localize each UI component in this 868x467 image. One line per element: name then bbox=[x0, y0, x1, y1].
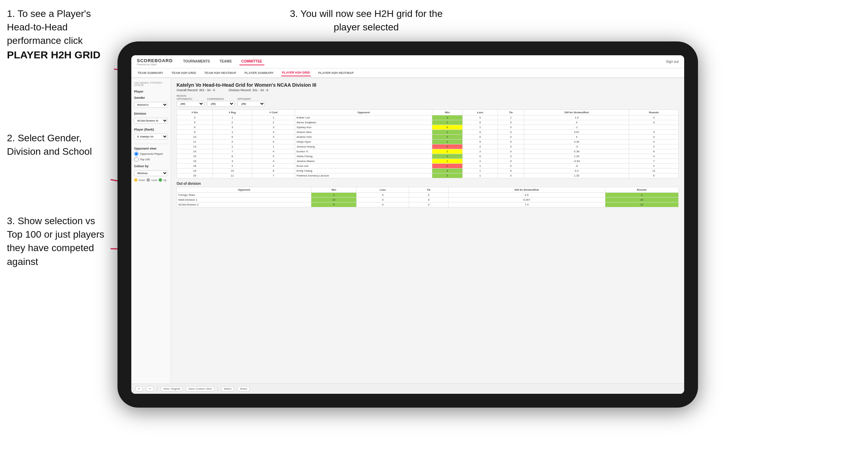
cell-ood-opponent: Foreign Team bbox=[177, 193, 311, 198]
tablet-screen: SCOREBOARD Powered by clippd TOURNAMENTS… bbox=[131, 55, 684, 394]
cell-loss: 0 bbox=[462, 154, 498, 159]
cell-rounds: 4 bbox=[629, 135, 679, 140]
cell-loss: 1 bbox=[462, 173, 498, 178]
cell-div: 15 bbox=[177, 154, 213, 159]
cell-opponent: Heejo Hyun bbox=[295, 140, 432, 144]
nav-tournaments[interactable]: TOURNAMENTS bbox=[181, 58, 212, 65]
cell-win: 0 bbox=[432, 164, 463, 169]
col-header-div: # Div bbox=[177, 110, 213, 115]
cell-diff: -0.94 bbox=[524, 159, 629, 164]
radio-top-100[interactable]: Top 100 bbox=[134, 157, 168, 162]
cell-win: 0 bbox=[432, 144, 463, 149]
cell-div: 9 bbox=[177, 130, 213, 135]
app-logo-sub: Powered by clippd bbox=[137, 63, 173, 66]
sub-nav-player-h2h-grid[interactable]: PLAYER H2H GRID bbox=[281, 69, 311, 76]
nav-teams[interactable]: TEAMS bbox=[218, 58, 234, 65]
content-area: Katelyn Vo Head-to-Head Grid for Women's… bbox=[171, 78, 684, 394]
cell-opponent: Stella Cheng bbox=[295, 154, 432, 159]
cell-diff: -1 bbox=[524, 125, 629, 130]
cell-rounds: 4 bbox=[629, 154, 679, 159]
cell-reg: 3 bbox=[213, 159, 252, 164]
sub-nav-team-summary[interactable]: TEAM SUMMARY bbox=[137, 70, 164, 76]
sidebar: Last Updated: 27/03/2024 16:55:38 Player… bbox=[131, 78, 171, 394]
division-select[interactable]: NCAA Division III bbox=[134, 118, 168, 124]
nav-items: TOURNAMENTS TEAMS COMMITTEE bbox=[181, 58, 264, 65]
toolbar-save-custom[interactable]: Save Custom View bbox=[186, 386, 214, 391]
cell-conf: 1 bbox=[252, 115, 295, 120]
cell-diff: -3 bbox=[524, 144, 629, 149]
col-header-diff: Diff Av Strokes/Rnd bbox=[524, 110, 629, 115]
sidebar-timestamp: Last Updated: 27/03/2024 16:55:38 bbox=[134, 82, 168, 86]
cell-loss: 1 bbox=[462, 169, 498, 173]
toolbar-view-original[interactable]: View: Original bbox=[161, 386, 182, 391]
cell-opponent: Sydney Kuo bbox=[295, 125, 432, 130]
table-row: 15 8 5 Stella Cheng 1 0 0 1.25 4 bbox=[177, 154, 679, 159]
cell-opponent: Andrea York bbox=[295, 135, 432, 140]
cell-opponent: Federica Domecq Lacroze bbox=[295, 173, 432, 178]
legend-label-level: Level bbox=[151, 179, 157, 181]
toolbar-redo[interactable]: ↪ bbox=[146, 386, 153, 391]
table-row: 5 2 2 Alexis Sudjianto 1 0 0 4 3 bbox=[177, 120, 679, 125]
player-rank-label: Player (Rank) bbox=[134, 128, 168, 131]
toolbar-watch[interactable]: Watch bbox=[221, 386, 234, 391]
cell-div: 19 bbox=[177, 169, 213, 173]
toolbar-undo[interactable]: ↩ bbox=[135, 386, 143, 391]
sub-nav-team-h2h-heatmap[interactable]: TEAM H2H HEATMAP bbox=[204, 70, 237, 76]
cell-win: 1 bbox=[432, 130, 463, 135]
sub-nav-team-h2h-grid[interactable]: TEAM H2H GRID bbox=[171, 70, 197, 76]
filter-conference-select[interactable]: (All) bbox=[207, 101, 235, 107]
cell-conf: 3 bbox=[252, 135, 295, 140]
sub-nav-player-summary[interactable]: PLAYER SUMMARY bbox=[244, 70, 274, 76]
cell-opponent: Esther Lee bbox=[295, 115, 432, 120]
cell-ood-loss: 0 bbox=[356, 202, 409, 207]
cell-rounds: 2 bbox=[629, 144, 679, 149]
table-row: 20 11 7 Federica Domecq Lacroze 2 1 0 1.… bbox=[177, 173, 679, 178]
cell-ood-opponent: NAIA Division 1 bbox=[177, 198, 311, 202]
cell-rounds: 6 bbox=[629, 173, 679, 178]
gender-select[interactable]: Women's bbox=[134, 102, 168, 108]
cell-loss: 2 bbox=[462, 144, 498, 149]
nav-committee[interactable]: COMMITTEE bbox=[239, 58, 264, 65]
cell-loss: 1 bbox=[462, 164, 498, 169]
cell-rounds: 4 bbox=[629, 115, 679, 120]
cell-ood-diff: 7.4 bbox=[448, 202, 605, 207]
player-label: Player bbox=[134, 90, 168, 93]
legend: Down Level Up bbox=[134, 178, 168, 182]
radio-opponents-played[interactable]: Opponents Played bbox=[134, 152, 168, 156]
grid-records: Overall Record: 353 - 34 - 6 Division Re… bbox=[177, 88, 679, 92]
sign-out-link[interactable]: Sign out bbox=[666, 60, 679, 64]
cell-tie: 0 bbox=[498, 159, 524, 164]
cell-tie: 0 bbox=[498, 140, 524, 144]
cell-loss: 2 bbox=[462, 149, 498, 154]
col-header-rounds: Rounds bbox=[629, 110, 679, 115]
table-row: NAIA Division 1 15 0 0 9.267 30 bbox=[177, 198, 679, 202]
cell-ood-loss: 0 bbox=[356, 193, 409, 198]
cell-win: 1 bbox=[432, 120, 463, 125]
table-row: NCAA Division 2 5 0 0 7.4 10 bbox=[177, 202, 679, 207]
table-row: 18 2 2 Euna Lee 0 1 0 -5 2 bbox=[177, 164, 679, 169]
out-of-division-table: Opponent Win Loss Tie Diff Av Strokes/Rn… bbox=[177, 187, 679, 207]
cell-loss: 0 bbox=[462, 140, 498, 144]
cell-reg: 1 bbox=[213, 115, 252, 120]
legend-label-up: Up bbox=[163, 179, 167, 181]
sub-nav-player-h2h-heatmap[interactable]: PLAYER H2H HEATMAP bbox=[318, 70, 355, 76]
table-row: 6 3 3 Sydney Kuo 0 1 0 -1 bbox=[177, 125, 679, 130]
toolbar-share[interactable]: Share bbox=[237, 386, 249, 391]
cell-win: 0 bbox=[432, 125, 463, 130]
cell-tie: 0 bbox=[498, 130, 524, 135]
opponent-view-label: Opponent view bbox=[134, 147, 168, 150]
instruction-step1: 1. To see a Player's Head-to-Head perfor… bbox=[7, 7, 117, 62]
filter-opponent-select[interactable]: (All) bbox=[237, 101, 265, 107]
overall-record: Overall Record: 353 - 34 - 6 bbox=[177, 88, 215, 92]
cell-tie: 1 bbox=[498, 115, 524, 120]
cell-diff: 4 bbox=[524, 135, 629, 140]
cell-win: 1 bbox=[432, 140, 463, 144]
player-rank-select[interactable]: 8. Katelyn Vo bbox=[134, 134, 168, 140]
cell-rounds: 2 bbox=[629, 164, 679, 169]
colour-by-select[interactable]: Win/loss bbox=[134, 170, 168, 176]
filter-region-select[interactable]: (All) bbox=[177, 101, 204, 107]
cell-win: 1 bbox=[432, 154, 463, 159]
cell-div: 13 bbox=[177, 144, 213, 149]
cell-conf: 2 bbox=[252, 164, 295, 169]
cell-conf: 1 bbox=[252, 144, 295, 149]
